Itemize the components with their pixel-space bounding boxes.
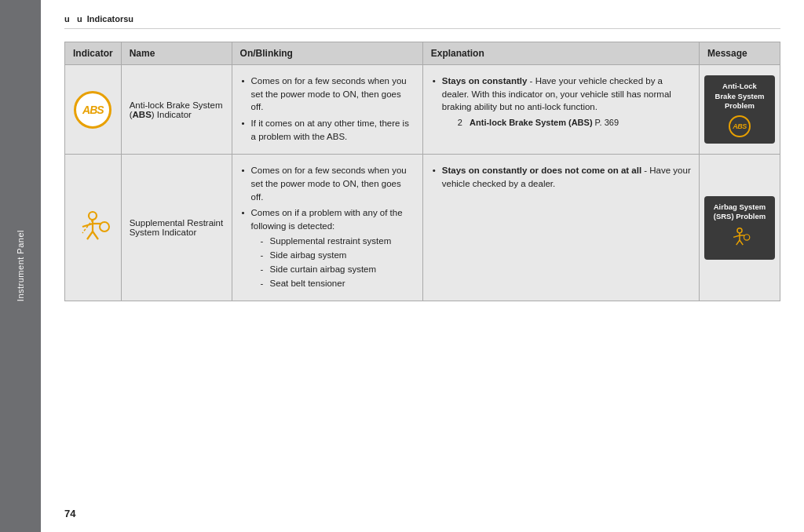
col-header-indicator: Indicator xyxy=(65,42,122,65)
col-header-on-blinking: On/Blinking xyxy=(232,42,422,65)
sidebar-label: Instrument Panel xyxy=(16,230,25,301)
abs-on-blinking-cell: Comes on for a few seconds when you set … xyxy=(232,65,422,155)
srs-explanation-cell: Stays on constantly or does not come on … xyxy=(422,155,699,301)
breadcrumb-bold: Indicators xyxy=(87,14,129,24)
breadcrumb-suffix: u xyxy=(128,14,133,24)
svg-line-13 xyxy=(736,240,740,245)
abs-bold-label: ABS xyxy=(133,110,152,119)
srs-name-cell: Supplemental Restraint System Indicator xyxy=(121,155,232,301)
col-header-message: Message xyxy=(699,42,780,65)
svg-point-8 xyxy=(737,228,742,232)
srs-indicator-icon-cell xyxy=(65,155,122,301)
list-item: Comes on for a few seconds when you set … xyxy=(240,75,415,114)
srs-message-box: Airbag System (SRS) Problem xyxy=(704,196,775,260)
list-item: Side curtain airbag system xyxy=(259,263,415,275)
col-header-name: Name xyxy=(121,42,232,65)
srs-explanation-bold: Stays on constantly or does not come on … xyxy=(442,166,641,175)
abs-icon: ABS xyxy=(74,91,111,129)
breadcrumb-prefix: u u xyxy=(64,14,87,24)
list-item: Comes on if a problem with any of the fo… xyxy=(240,206,415,290)
abs-explanation-cell: Stays on constantly - Have your vehicle … xyxy=(422,65,699,155)
srs-msg-title: Airbag System (SRS) Problem xyxy=(712,202,767,222)
list-item: Side airbag system xyxy=(259,249,415,261)
abs-message-cell: Anti-Lock Brake System Problem ABS xyxy=(699,65,780,155)
table-row: ABS Anti-lock Brake System (ABS) Indicat… xyxy=(65,65,780,155)
abs-explanation-list: Stays on constantly - Have your vehicle … xyxy=(431,75,691,129)
srs-sub-list: Supplemental restraint system Side airba… xyxy=(251,235,415,290)
abs-indicator-icon-cell: ABS xyxy=(65,65,122,155)
svg-line-5 xyxy=(87,231,93,239)
srs-on-blinking-cell: Comes on for a few seconds when you set … xyxy=(232,155,422,301)
abs-name-cell: Anti-lock Brake System (ABS) Indicator xyxy=(121,65,232,155)
svg-line-14 xyxy=(740,240,743,245)
svg-point-12 xyxy=(744,234,749,239)
srs-msg-icon xyxy=(712,227,767,253)
svg-line-6 xyxy=(93,231,98,239)
main-content: u u Indicatorsu Indicator Name On/Blinki… xyxy=(41,0,804,532)
indicators-table: Indicator Name On/Blinking Explanation M… xyxy=(64,42,780,301)
srs-bullet-list: Comes on for a few seconds when you set … xyxy=(240,164,415,290)
breadcrumb: u u Indicatorsu xyxy=(64,14,780,29)
abs-explanation-bold: Stays on constantly xyxy=(442,76,528,86)
abs-msg-title: Anti-Lock Brake System Problem xyxy=(712,82,767,111)
sidebar: Instrument Panel xyxy=(0,0,41,532)
list-item: Seat belt tensioner xyxy=(259,277,415,290)
list-item: Supplemental restraint system xyxy=(259,235,415,247)
abs-ref-bold: Anti-lock Brake System (ABS) xyxy=(470,118,593,127)
list-item: Stays on constantly or does not come on … xyxy=(431,164,691,190)
svg-line-10 xyxy=(733,235,740,237)
list-item: Stays on constantly - Have your vehicle … xyxy=(431,75,691,129)
list-item: Comes on for a few seconds when you set … xyxy=(240,164,415,203)
srs-explanation-list: Stays on constantly or does not come on … xyxy=(431,164,691,190)
abs-reference: 2 Anti-lock Brake System (ABS) P. 369 xyxy=(458,117,691,129)
page-number: 74 xyxy=(64,508,75,519)
srs-icon xyxy=(74,209,111,246)
abs-bullet-list: Comes on for a few seconds when you set … xyxy=(240,75,415,143)
list-item: If it comes on at any other time, there … xyxy=(240,117,415,143)
abs-message-box: Anti-Lock Brake System Problem ABS xyxy=(704,75,775,144)
srs-message-cell: Airbag System (SRS) Problem xyxy=(699,155,780,301)
col-header-explanation: Explanation xyxy=(422,42,699,65)
svg-point-0 xyxy=(89,212,97,220)
svg-point-4 xyxy=(100,222,109,231)
table-row: Supplemental Restraint System Indicator … xyxy=(65,155,780,301)
abs-msg-icon: ABS xyxy=(729,115,751,137)
